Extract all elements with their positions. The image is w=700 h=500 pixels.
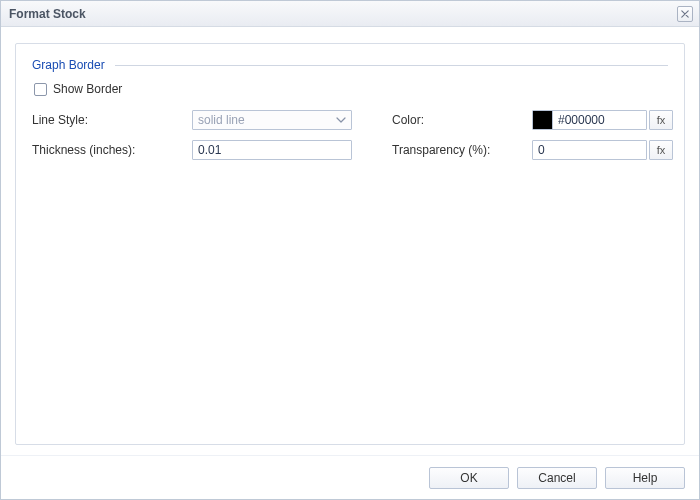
dialog-title: Format Stock bbox=[9, 7, 677, 21]
transparency-fx-button[interactable]: fx bbox=[649, 140, 673, 160]
color-value: #000000 bbox=[553, 113, 646, 127]
color-label: Color: bbox=[392, 113, 512, 127]
show-border-label[interactable]: Show Border bbox=[53, 82, 122, 96]
dialog-content: Graph Border Show Border Line Style: sol… bbox=[1, 27, 699, 455]
show-border-row: Show Border bbox=[34, 82, 668, 96]
format-stock-dialog: Format Stock Graph Border Show Border Li… bbox=[0, 0, 700, 500]
line-style-value: solid line bbox=[198, 113, 245, 127]
section-header: Graph Border bbox=[32, 58, 668, 72]
thickness-input-field[interactable] bbox=[198, 141, 346, 159]
line-style-select[interactable]: solid line bbox=[192, 110, 352, 130]
color-swatch bbox=[533, 111, 553, 129]
dialog-footer: OK Cancel Help bbox=[1, 455, 699, 499]
section-divider bbox=[115, 65, 668, 66]
close-icon bbox=[681, 7, 689, 21]
chevron-down-icon bbox=[336, 115, 346, 125]
thickness-input[interactable] bbox=[192, 140, 352, 160]
transparency-input[interactable] bbox=[532, 140, 647, 160]
panel-graph-border: Graph Border Show Border Line Style: sol… bbox=[15, 43, 685, 445]
titlebar: Format Stock bbox=[1, 1, 699, 27]
cancel-button[interactable]: Cancel bbox=[517, 467, 597, 489]
form-grid: Line Style: solid line Color: #000000 fx… bbox=[32, 110, 668, 160]
color-fx-button[interactable]: fx bbox=[649, 110, 673, 130]
close-button[interactable] bbox=[677, 6, 693, 22]
line-style-label: Line Style: bbox=[32, 113, 192, 127]
transparency-input-field[interactable] bbox=[538, 141, 641, 159]
thickness-label: Thickness (inches): bbox=[32, 143, 192, 157]
section-title: Graph Border bbox=[32, 58, 115, 72]
show-border-checkbox[interactable] bbox=[34, 83, 47, 96]
help-button[interactable]: Help bbox=[605, 467, 685, 489]
ok-button[interactable]: OK bbox=[429, 467, 509, 489]
transparency-label: Transparency (%): bbox=[392, 143, 512, 157]
color-field[interactable]: #000000 bbox=[532, 110, 647, 130]
